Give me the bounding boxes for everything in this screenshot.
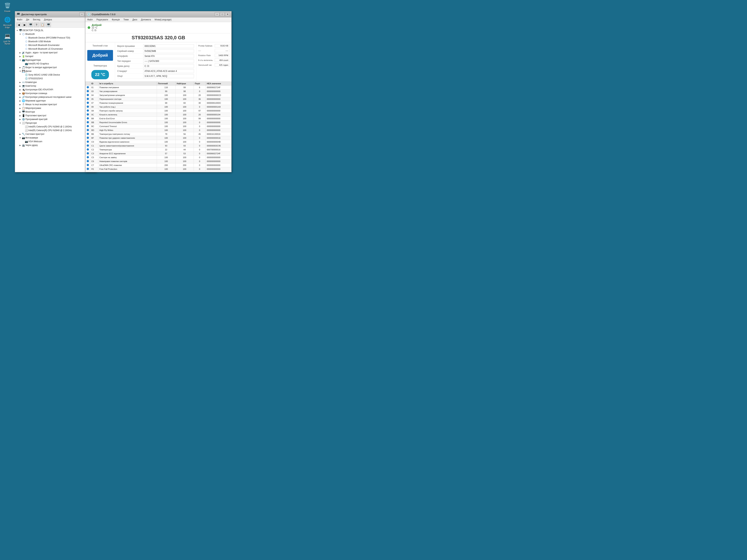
- monitors-label: Монітори: [25, 111, 35, 113]
- tree-video[interactable]: ▼ 📺 Відеоадаптери: [16, 58, 96, 62]
- tree-bt-le[interactable]: ⬡ Microsoft Bluetooth LE Enumerator: [16, 47, 96, 51]
- smart-worst: 100: [176, 128, 194, 132]
- smart-dot: [85, 97, 90, 101]
- status-drive: C: D:: [92, 29, 102, 32]
- smart-attr-name: Час роботи (год.): [98, 105, 157, 109]
- smart-dot: [85, 140, 90, 144]
- bluetooth-label: Bluetooth: [25, 33, 35, 35]
- crystal-window: 💿 CrystalDiskInfo 7.0.0 ─ □ ✕ Файл Редаг…: [85, 11, 232, 172]
- crystal-menu-themes[interactable]: Теми: [122, 18, 130, 22]
- tree-firmware[interactable]: ▶ 📋 Мікропрограма:: [16, 106, 96, 110]
- smart-row: 03 Час розкручування 99 98 0 00000000000…: [85, 89, 231, 93]
- smart-attr-name: End-to-End Error: [98, 117, 157, 121]
- toolbar-back[interactable]: ◀: [16, 23, 21, 27]
- toolbar-computer[interactable]: 🖥️: [28, 23, 33, 27]
- serial-value: 5VD6Z3MB: [143, 49, 194, 53]
- hours-value: 425 годин: [215, 63, 230, 67]
- crystal-menu-disk[interactable]: Диск: [131, 18, 139, 22]
- crystal-menu-edit[interactable]: Редагувати: [95, 18, 110, 22]
- tree-mouse[interactable]: ▶ 🖱️ Миша та інші вказівні пристрої: [16, 103, 96, 106]
- toolbar-help[interactable]: ?: [34, 23, 39, 27]
- bt-usb-label: Bluetooth USB Module: [28, 40, 51, 43]
- smart-worst: 53: [176, 152, 194, 156]
- network-label: Мережеві адаптери: [25, 100, 46, 102]
- tree-bt-enum[interactable]: ⬡ Microsoft Bluetooth Enumerator: [16, 43, 96, 47]
- tree-storage[interactable]: ▶ 📦 Контролери сховища: [16, 91, 96, 95]
- smart-current: 93: [157, 144, 176, 148]
- tree-bt-usb[interactable]: ⬡ Bluetooth USB Module: [16, 39, 96, 43]
- tree-cameras[interactable]: ▼ 📷 Фотокамери: [16, 136, 96, 140]
- expander-video: ▼: [19, 58, 22, 61]
- smart-current: 100: [157, 128, 176, 132]
- tree-usb[interactable]: ▶ 🔗 Контролери універсальної послідовної…: [16, 95, 96, 99]
- tree-disks[interactable]: ▼ 💾 Диски: [16, 69, 96, 73]
- menu-view[interactable]: Вигляд: [31, 18, 42, 22]
- menu-action[interactable]: Дія: [24, 18, 31, 22]
- smart-hex: 000000000000: [206, 97, 231, 101]
- expander-print: ▶: [19, 144, 22, 147]
- expander-battery: ▶: [19, 55, 22, 58]
- smart-threshold: 99: [194, 117, 206, 121]
- tree-portable[interactable]: ▶ 📱 Портативні пристрої: [16, 114, 96, 117]
- crystal-title-icon: 💿: [87, 12, 91, 16]
- menu-help[interactable]: Довідка: [42, 18, 54, 22]
- root-icon: 🖥️: [19, 29, 22, 32]
- tree-sony[interactable]: 💿 Sony MSAC-UAM2 USB Device: [16, 73, 96, 77]
- crystal-menu-help[interactable]: Допомога: [139, 18, 153, 22]
- smart-worst: 93: [176, 144, 194, 148]
- softdev-icon: ⚙️: [22, 117, 25, 121]
- tree-st9320[interactable]: 💿 ST9320325AS: [16, 77, 96, 80]
- smart-dot: [85, 125, 90, 128]
- smart-id: C2: [90, 148, 98, 152]
- recycle-label: Кошик: [4, 10, 10, 12]
- tree-cpu2[interactable]: ⬜ Intel(R) Celeron(R) CPU N2840 @ 2.16GH…: [16, 129, 96, 132]
- crystal-close[interactable]: ✕: [225, 12, 230, 16]
- standard-label: Стандарт: [117, 70, 143, 73]
- smart-threshold: 0: [194, 89, 206, 93]
- tree-sysdev[interactable]: ▶ 🔧 Системні пристрої: [16, 132, 96, 136]
- crystal-menu-file[interactable]: Файл: [85, 18, 95, 22]
- tree-bt-rfcomm[interactable]: ⬡ Bluetooth Device (RFCOMM Protocol TDI): [16, 36, 96, 39]
- tree-softdev[interactable]: ▶ ⚙️ Програмний пристрій: [16, 117, 96, 121]
- tree-print[interactable]: ▶ 🖨️ Черги друку: [16, 143, 96, 147]
- desktop-icon-recycle[interactable]: 🗑️ Кошик: [1, 2, 14, 12]
- tree-webcam[interactable]: 📷 VGA Webcam: [16, 140, 96, 143]
- tree-cpu[interactable]: ▼ ⬜ Процесори: [16, 121, 96, 125]
- tree-keyboards[interactable]: ▶ ⌨️ Клавіатури: [16, 80, 96, 84]
- tree-ide[interactable]: ▶ 🔌 Контролери IDE ATA/ATAPI: [16, 88, 96, 91]
- menu-file[interactable]: Файл: [15, 18, 24, 22]
- tree-root[interactable]: ▼ 🖥️ DESKTOP-T2KQLSL: [16, 28, 96, 32]
- desktop-icon-edge[interactable]: 🌐 Microsoft Edge: [1, 16, 14, 28]
- crystal-minimize[interactable]: ─: [215, 12, 220, 16]
- smart-current: 100: [157, 159, 176, 163]
- toolbar-monitor[interactable]: 🖥️: [46, 23, 51, 27]
- edge-icon: 🌐: [4, 16, 11, 23]
- tree-battery[interactable]: ▶ 🔋 Батареї: [16, 54, 96, 58]
- smart-worst: 56: [176, 132, 194, 136]
- tree-computer[interactable]: ▶ 💻 Комп'ютер: [16, 84, 96, 88]
- minimize-button[interactable]: ─: [79, 12, 84, 16]
- crystal-menu: Файл Редагувати Функція Теми Диск Допомо…: [85, 18, 231, 22]
- tree-bluetooth[interactable]: ▼ ⬡ Bluetooth: [16, 32, 96, 36]
- tree-monitors[interactable]: ▶ 🖥️ Монітори: [16, 110, 96, 114]
- tree-audio[interactable]: ▶ 🔊 Аудіо-, відео- та ігрові пристрої: [16, 51, 96, 54]
- device-manager-titlebar: 🖥️ Диспетчер пристроїв ─ □ ✕: [15, 11, 96, 18]
- desktop-icon-mypc[interactable]: 💻 Цей ПК - Ярлик: [1, 32, 14, 45]
- crystal-restore[interactable]: □: [220, 12, 225, 16]
- tree-audio-ports[interactable]: ▶ 🎵 Вхідні та вихідні аудіопристрої: [16, 65, 96, 69]
- tree-network[interactable]: ▶ 🌐 Мережеві адаптери: [16, 99, 96, 103]
- toolbar-forward[interactable]: ▶: [22, 23, 27, 27]
- smart-id: C0: [90, 140, 98, 144]
- tree-cpu1[interactable]: ⬜ Intel(R) Celeron(R) CPU N2840 @ 2.16GH…: [16, 125, 96, 129]
- toolbar-properties[interactable]: 📋: [40, 23, 45, 27]
- th-name: Ім`я атрибута: [98, 82, 157, 85]
- crystal-menu-func[interactable]: Функція: [110, 18, 122, 22]
- smart-current: 100: [157, 113, 176, 117]
- th-current: Поточний: [157, 82, 176, 85]
- smart-row: C0 Відмова відключення живлення 100 100 …: [85, 140, 231, 144]
- smart-attr-name: Запуски/зупинки шпинделя: [98, 93, 157, 97]
- crystal-menu-lang[interactable]: Мова(Language): [153, 18, 174, 22]
- expander-audio: ▶: [19, 51, 22, 54]
- tree-intel-hd[interactable]: 📺 Intel(R) HD Graphics: [16, 62, 96, 65]
- standard-value: ATA8-ACS | ATA8-ACS version 4: [143, 69, 194, 73]
